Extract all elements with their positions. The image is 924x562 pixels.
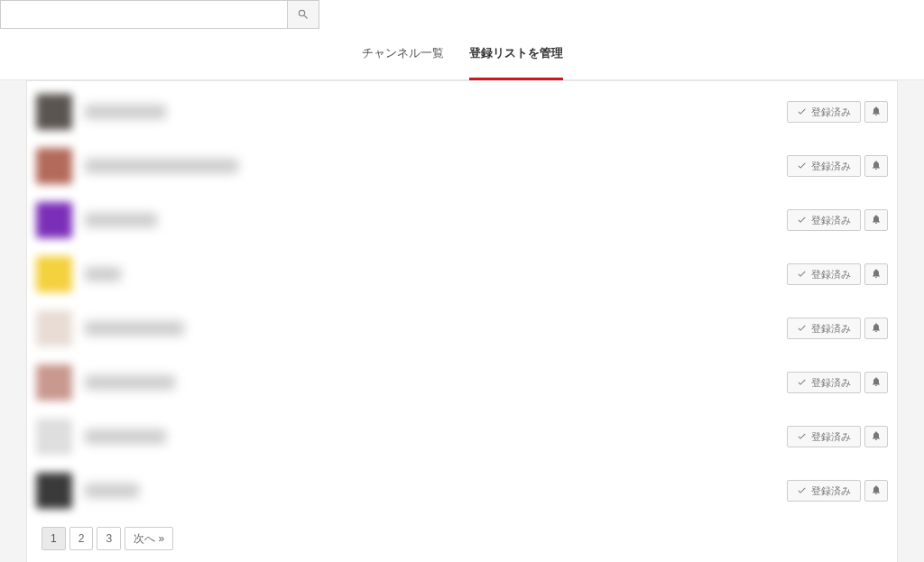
notification-bell-button[interactable] bbox=[864, 318, 888, 339]
search-wrap bbox=[0, 0, 319, 29]
channel-row: 登録済み bbox=[36, 464, 888, 518]
channel-row: 登録済み bbox=[36, 355, 888, 410]
notification-bell-button[interactable] bbox=[864, 372, 888, 393]
channel-info[interactable] bbox=[36, 473, 787, 509]
bell-icon bbox=[871, 430, 882, 444]
search-button[interactable] bbox=[287, 0, 319, 29]
notification-bell-button[interactable] bbox=[864, 426, 888, 447]
channel-row: 登録済み bbox=[36, 247, 888, 301]
channel-avatar[interactable] bbox=[36, 473, 72, 509]
check-icon bbox=[797, 323, 807, 335]
search-input[interactable] bbox=[0, 0, 287, 29]
channel-row: 登録済み bbox=[36, 301, 888, 355]
notification-bell-button[interactable] bbox=[864, 101, 888, 123]
subscribed-button[interactable]: 登録済み bbox=[787, 155, 861, 177]
page-next[interactable]: 次へ » bbox=[125, 527, 173, 550]
top-search-bar bbox=[0, 0, 924, 29]
subscribed-button[interactable]: 登録済み bbox=[787, 318, 861, 339]
subscribed-label: 登録済み bbox=[811, 322, 851, 336]
subscription-list-panel: 登録済み登録済み登録済み登録済み登録済み登録済み登録済み登録済み 1 2 3 次… bbox=[26, 80, 898, 562]
channel-avatar[interactable] bbox=[36, 202, 72, 238]
channel-row: 登録済み bbox=[36, 139, 888, 193]
check-icon bbox=[797, 215, 807, 226]
bell-icon bbox=[871, 484, 882, 498]
page-1[interactable]: 1 bbox=[42, 527, 66, 550]
channel-row: 登録済み bbox=[36, 193, 888, 247]
channel-name[interactable] bbox=[85, 484, 139, 498]
check-icon bbox=[797, 431, 807, 443]
page-3[interactable]: 3 bbox=[97, 527, 121, 550]
subscribed-label: 登録済み bbox=[811, 430, 851, 444]
bell-icon bbox=[871, 376, 882, 390]
channel-avatar[interactable] bbox=[36, 256, 72, 292]
channel-name[interactable] bbox=[85, 105, 166, 119]
subscribed-button[interactable]: 登録済み bbox=[787, 426, 861, 447]
channel-name[interactable] bbox=[85, 321, 184, 336]
notification-bell-button[interactable] bbox=[864, 480, 888, 502]
bell-icon bbox=[871, 106, 882, 119]
channel-actions: 登録済み bbox=[787, 426, 888, 447]
notification-bell-button[interactable] bbox=[864, 263, 888, 285]
page-2[interactable]: 2 bbox=[69, 527, 94, 550]
subscribed-button[interactable]: 登録済み bbox=[787, 263, 861, 285]
bell-icon bbox=[871, 268, 882, 281]
channel-name[interactable] bbox=[85, 375, 175, 390]
subscribed-label: 登録済み bbox=[811, 484, 851, 498]
channel-actions: 登録済み bbox=[787, 318, 888, 339]
subscribed-button[interactable]: 登録済み bbox=[787, 372, 861, 393]
channel-avatar[interactable] bbox=[36, 310, 72, 346]
bell-icon bbox=[871, 322, 882, 336]
check-icon bbox=[797, 485, 807, 497]
channel-name[interactable] bbox=[85, 267, 121, 281]
bell-icon bbox=[871, 160, 882, 173]
subscribed-button[interactable]: 登録済み bbox=[787, 209, 861, 231]
channel-name[interactable] bbox=[85, 159, 238, 173]
channel-info[interactable] bbox=[36, 419, 787, 455]
channel-avatar[interactable] bbox=[36, 148, 72, 184]
channel-info[interactable] bbox=[36, 202, 787, 238]
channel-info[interactable] bbox=[36, 94, 787, 130]
subscribed-button[interactable]: 登録済み bbox=[787, 480, 861, 502]
channel-actions: 登録済み bbox=[787, 155, 888, 177]
channel-info[interactable] bbox=[36, 310, 787, 346]
channel-avatar[interactable] bbox=[36, 94, 72, 130]
tab-manage-subscriptions[interactable]: 登録リストを管理 bbox=[469, 45, 563, 80]
channel-info[interactable] bbox=[36, 364, 787, 401]
channel-info[interactable] bbox=[36, 148, 787, 184]
check-icon bbox=[797, 377, 807, 389]
notification-bell-button[interactable] bbox=[864, 155, 888, 177]
tab-channel-list[interactable]: チャンネル一覧 bbox=[362, 45, 444, 70]
check-icon bbox=[797, 106, 807, 118]
channel-row: 登録済み bbox=[36, 85, 888, 139]
channel-name[interactable] bbox=[85, 213, 157, 227]
check-icon bbox=[797, 269, 807, 281]
channel-actions: 登録済み bbox=[787, 101, 888, 123]
pagination: 1 2 3 次へ » bbox=[42, 527, 888, 550]
channel-row: 登録済み bbox=[36, 410, 888, 464]
channel-info[interactable] bbox=[36, 256, 787, 292]
check-icon bbox=[797, 161, 807, 172]
subscribed-label: 登録済み bbox=[811, 214, 851, 227]
channel-actions: 登録済み bbox=[787, 209, 888, 231]
bell-icon bbox=[871, 214, 882, 227]
channel-actions: 登録済み bbox=[787, 480, 888, 502]
channel-name[interactable] bbox=[85, 429, 166, 444]
content-outer: 登録済み登録済み登録済み登録済み登録済み登録済み登録済み登録済み 1 2 3 次… bbox=[0, 80, 924, 562]
subscribed-label: 登録済み bbox=[811, 106, 851, 119]
channel-actions: 登録済み bbox=[787, 263, 888, 285]
search-icon bbox=[297, 8, 310, 21]
notification-bell-button[interactable] bbox=[864, 209, 888, 231]
channel-avatar[interactable] bbox=[36, 419, 72, 455]
channel-actions: 登録済み bbox=[787, 372, 888, 393]
tabs-row: チャンネル一覧 登録リストを管理 bbox=[0, 29, 924, 80]
subscribed-label: 登録済み bbox=[811, 160, 851, 173]
subscribed-label: 登録済み bbox=[811, 376, 851, 390]
channel-avatar[interactable] bbox=[36, 364, 72, 401]
subscribed-label: 登録済み bbox=[811, 268, 851, 281]
subscribed-button[interactable]: 登録済み bbox=[787, 101, 861, 123]
